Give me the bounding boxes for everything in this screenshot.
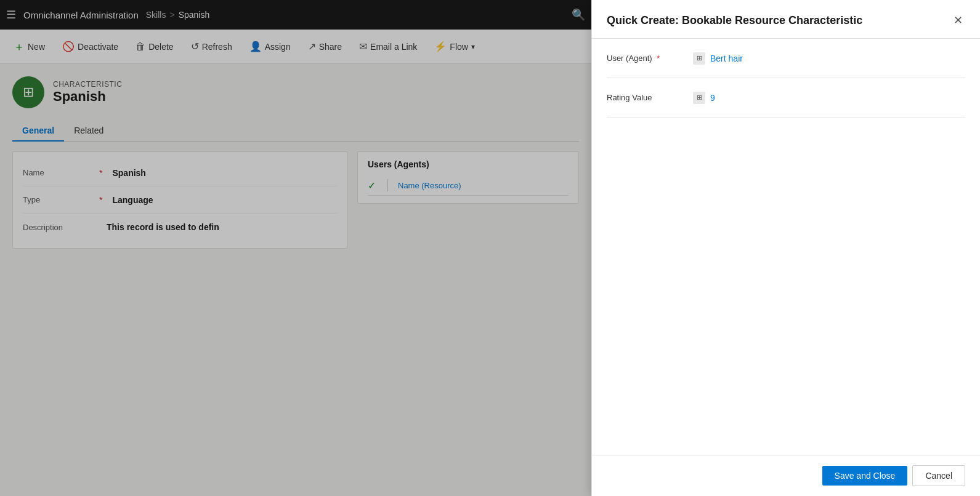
user-required-indicator: * bbox=[657, 54, 660, 63]
rating-value-container[interactable]: ⊞ 9 bbox=[693, 92, 965, 104]
user-agent-label: User (Agent) * bbox=[607, 54, 693, 63]
quick-create-header: Quick Create: Bookable Resource Characte… bbox=[592, 0, 980, 39]
quick-create-body: User (Agent) * ⊞ Bert hair Rating Value … bbox=[592, 39, 980, 455]
quick-create-footer: Save and Close Cancel bbox=[592, 455, 980, 496]
rating-value[interactable]: 9 bbox=[710, 93, 715, 103]
overlay-backdrop bbox=[0, 0, 591, 496]
rating-lookup-icon: ⊞ bbox=[693, 92, 705, 104]
user-agent-value[interactable]: Bert hair bbox=[710, 54, 743, 63]
quick-create-title: Quick Create: Bookable Resource Characte… bbox=[607, 14, 862, 27]
quick-create-panel: Quick Create: Bookable Resource Characte… bbox=[591, 0, 980, 496]
close-button[interactable]: ✕ bbox=[951, 12, 965, 28]
cancel-button[interactable]: Cancel bbox=[912, 465, 965, 486]
user-agent-field: User (Agent) * ⊞ Bert hair bbox=[607, 39, 965, 78]
user-agent-value-container[interactable]: ⊞ Bert hair bbox=[693, 52, 965, 65]
rating-value-field: Rating Value ⊞ 9 bbox=[607, 78, 965, 118]
save-and-close-button[interactable]: Save and Close bbox=[822, 466, 908, 486]
rating-value-label: Rating Value bbox=[607, 93, 693, 102]
user-lookup-icon: ⊞ bbox=[693, 52, 705, 65]
